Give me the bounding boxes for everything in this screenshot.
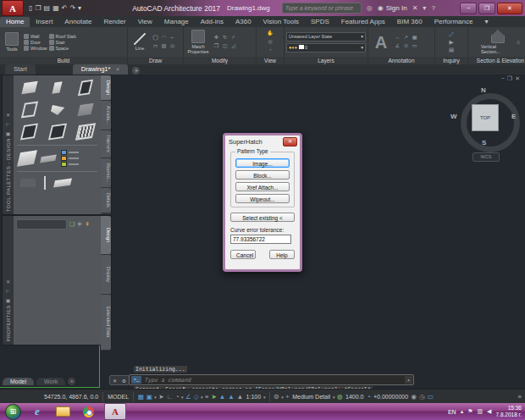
block-button[interactable]: Block... bbox=[235, 170, 290, 180]
cut-plane-icon[interactable]: ◍ bbox=[337, 393, 343, 401]
annotation-monitor-icon[interactable]: + bbox=[285, 393, 289, 401]
tool-beam[interactable] bbox=[53, 178, 72, 187]
tab-start[interactable]: Start bbox=[5, 64, 36, 75]
layer-state-dropdown[interactable]: Unsaved Layer State ▾ bbox=[286, 32, 366, 41]
layer-dropdown[interactable]: ●●● 0 ▾ bbox=[286, 43, 366, 52]
plot-icon[interactable]: ▦ bbox=[52, 4, 59, 12]
dimension-icon[interactable]: ↔ bbox=[394, 34, 401, 41]
measure-icon[interactable]: ⤢ bbox=[449, 31, 453, 38]
circle-icon[interactable]: ◯ bbox=[152, 34, 159, 41]
viewcube-top-face[interactable]: TOP bbox=[472, 104, 499, 131]
elevation-value[interactable]: +0.00000000 bbox=[373, 394, 408, 400]
tool-curtain-wall[interactable] bbox=[71, 101, 99, 118]
ribbon-tab-performance[interactable]: Performance bbox=[428, 17, 479, 27]
save-icon[interactable]: ▤ bbox=[44, 4, 51, 12]
command-input-bar[interactable]: >_ ▴ bbox=[129, 374, 414, 385]
tool-palette-body[interactable] bbox=[14, 75, 101, 214]
tools-button[interactable]: Tools bbox=[2, 32, 22, 52]
properties-tab-design[interactable]: Design bbox=[101, 216, 111, 255]
autoscale-icon[interactable]: ▲ bbox=[228, 393, 234, 401]
view-panel-label[interactable]: View bbox=[257, 57, 284, 64]
snap-dropdown-icon[interactable]: ▾ bbox=[154, 395, 157, 400]
language-indicator[interactable]: EN bbox=[448, 409, 456, 415]
doc-close-icon[interactable]: ✕ bbox=[515, 75, 522, 81]
roof-slab-button[interactable]: Roof Slab bbox=[49, 34, 76, 39]
search-icon[interactable]: ◎ bbox=[367, 4, 373, 12]
ribbon-tab-manage[interactable]: Manage bbox=[158, 17, 195, 27]
image-button[interactable]: Image... bbox=[235, 158, 290, 168]
ribbon-tab-spds[interactable]: SPDS bbox=[305, 17, 335, 27]
quick-select-icon[interactable]: ▶ bbox=[450, 39, 454, 46]
viewcube-west[interactable]: W bbox=[450, 113, 457, 120]
dialog-close-button[interactable]: ✕ bbox=[283, 137, 297, 146]
action-center-flag-icon[interactable]: ⚑ bbox=[467, 408, 472, 415]
rectangle-icon[interactable]: ▭ bbox=[152, 42, 159, 50]
table-icon[interactable]: ▦ bbox=[411, 34, 418, 41]
zoom-icon[interactable]: ◎ bbox=[266, 38, 274, 46]
ortho-mode-icon[interactable]: ∟ bbox=[167, 393, 173, 401]
new-file-icon[interactable]: ▯ bbox=[29, 4, 32, 12]
match-properties-button[interactable]: Match Properties bbox=[185, 30, 211, 54]
properties-tab-display[interactable]: Display bbox=[101, 255, 111, 295]
palette-tab-annotation[interactable]: Annota... bbox=[101, 101, 111, 130]
workspace-dropdown-icon[interactable]: ▾ bbox=[281, 395, 284, 400]
wcs-dropdown[interactable]: WCS bbox=[472, 152, 500, 162]
grid-display-icon[interactable]: ▦ bbox=[138, 393, 144, 401]
customization-menu-icon[interactable]: ≡ bbox=[518, 393, 522, 401]
ribbon-tab-addins[interactable]: Add-ins bbox=[195, 17, 229, 27]
sign-in-button[interactable]: Sign In bbox=[386, 4, 407, 12]
layout-tab-work[interactable]: Work bbox=[36, 378, 65, 385]
tool-door[interactable] bbox=[43, 79, 71, 96]
osnap-dropdown-icon[interactable]: ▾ bbox=[201, 395, 203, 400]
viewcube-east[interactable]: E bbox=[511, 113, 516, 120]
palette-close-icon[interactable]: ✕ bbox=[6, 112, 10, 118]
drawing-canvas[interactable]: −❐✕ N W E S TOP WCS ✕ ⊢ ▣ TOOL PALETTES … bbox=[0, 75, 525, 389]
viewcube[interactable]: N W E S TOP bbox=[457, 90, 511, 144]
cut-height-value[interactable]: 1400.0 bbox=[345, 394, 363, 400]
selection-cycling-icon[interactable]: ➤ bbox=[211, 393, 216, 401]
ribbon-tab-render[interactable]: Render bbox=[97, 17, 131, 27]
application-menu-button[interactable]: A bbox=[2, 0, 24, 16]
tool-wall-corner[interactable] bbox=[15, 101, 43, 118]
command-close-icon[interactable]: ✕ bbox=[113, 378, 117, 384]
palette-autohide-icon[interactable]: ⊢ bbox=[6, 121, 10, 127]
multiline-text-button[interactable]: A bbox=[370, 34, 392, 51]
taskbar-clock[interactable]: 15:36 7.8.2018 г. bbox=[496, 405, 522, 418]
autodesk-exchange-icon[interactable]: ✕ bbox=[412, 4, 418, 12]
infer-constraints-icon[interactable]: ➤ bbox=[158, 393, 163, 401]
list-icon[interactable]: ▤ bbox=[449, 47, 454, 53]
tool-window[interactable] bbox=[71, 79, 99, 96]
close-button[interactable]: ✕ bbox=[497, 3, 522, 14]
inquiry-panel-label[interactable]: Inquiry bbox=[435, 57, 467, 64]
xref-attach-button[interactable]: Xref Attach... bbox=[235, 182, 290, 191]
tool-wall-box[interactable] bbox=[15, 123, 43, 140]
tool-column[interactable] bbox=[44, 176, 46, 190]
viewcube-south[interactable]: S bbox=[482, 139, 486, 146]
tool-palette-titlebar[interactable]: ✕ ⊢ ▣ TOOL PALETTES - DESIGN bbox=[3, 75, 14, 214]
select-objects-icon[interactable]: ✛ bbox=[77, 221, 82, 228]
space-button[interactable]: Space bbox=[49, 46, 76, 51]
door-button[interactable]: Door bbox=[24, 40, 47, 45]
polar-dropdown-icon[interactable]: ▾ bbox=[181, 395, 184, 400]
layer-lock-icon[interactable]: ● bbox=[295, 45, 297, 50]
build-panel-label[interactable]: Build bbox=[0, 57, 127, 64]
a360-icon[interactable]: ▾ bbox=[423, 4, 426, 12]
polyline-icon[interactable]: ⌐ bbox=[169, 34, 176, 41]
tool-structural-grid[interactable] bbox=[20, 179, 36, 187]
annotation-tools-grid[interactable]: ↔↗▦ ∠⊙▭ bbox=[394, 34, 418, 50]
chrome-icon[interactable] bbox=[79, 405, 97, 419]
trim-icon[interactable]: ⌿ bbox=[229, 34, 237, 41]
help-icon[interactable]: ? bbox=[431, 4, 434, 12]
tool-door-frame[interactable] bbox=[43, 123, 71, 140]
scale-dropdown-icon[interactable]: ▾ bbox=[263, 395, 266, 400]
doc-minimize-icon[interactable]: − bbox=[501, 75, 507, 81]
orbit-icon[interactable]: ◔ bbox=[266, 47, 274, 54]
mirror-icon[interactable]: ◫ bbox=[221, 42, 229, 50]
start-button[interactable]: ⊞ bbox=[5, 404, 21, 420]
annotation-panel-label[interactable]: Annotation bbox=[368, 57, 434, 64]
tool-slab[interactable] bbox=[40, 154, 57, 163]
mark-icon[interactable]: ⊙ bbox=[402, 42, 410, 50]
rotate-icon[interactable]: ↻ bbox=[221, 34, 229, 41]
modify-tools-grid[interactable]: ✥↻⌿ ❐◫◿ bbox=[213, 34, 237, 50]
modify-panel-label[interactable]: Modify bbox=[184, 57, 256, 64]
